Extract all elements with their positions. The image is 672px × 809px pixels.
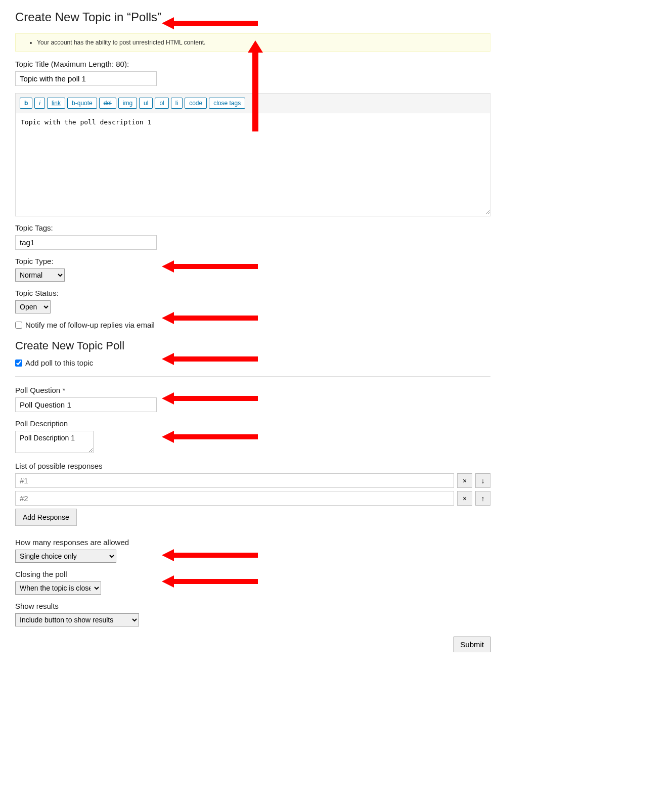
notify-label: Notify me of follow-up replies via email xyxy=(25,321,155,329)
allowed-select[interactable]: Single choice only xyxy=(15,550,116,563)
topic-type-label: Topic Type: xyxy=(15,257,490,265)
topic-status-label: Topic Status: xyxy=(15,289,490,297)
response-up-2[interactable]: ↑ xyxy=(475,491,490,506)
editor-btn-ol[interactable]: ol xyxy=(155,98,168,109)
submit-button[interactable]: Submit xyxy=(454,637,490,652)
notify-checkbox[interactable] xyxy=(15,322,22,329)
editor-textarea[interactable] xyxy=(16,113,490,214)
response-row: × ↓ xyxy=(15,473,490,488)
notice-text: Your account has the ability to post unr… xyxy=(37,39,483,46)
editor-btn-img[interactable]: img xyxy=(118,98,137,109)
editor-btn-bquote[interactable]: b-quote xyxy=(67,98,97,109)
closing-select[interactable]: When the topic is closed xyxy=(15,581,101,595)
editor-btn-link[interactable]: link xyxy=(47,98,65,109)
page-title: Create New Topic in “Polls” xyxy=(15,10,490,24)
editor-toolbar: b i link b-quote del img ul ol li code c… xyxy=(16,94,490,113)
show-results-select[interactable]: Include button to show results xyxy=(15,613,139,626)
add-poll-checkbox[interactable] xyxy=(15,359,22,367)
poll-description-textarea[interactable] xyxy=(15,431,94,453)
response-input-2[interactable] xyxy=(15,491,454,506)
editor-btn-li[interactable]: li xyxy=(171,98,183,109)
response-remove-1[interactable]: × xyxy=(457,473,472,488)
topic-title-input[interactable] xyxy=(15,71,157,86)
editor-btn-italic[interactable]: i xyxy=(34,98,45,109)
topic-tags-label: Topic Tags: xyxy=(15,223,490,232)
editor: b i link b-quote del img ul ol li code c… xyxy=(15,93,490,216)
responses-label: List of possible responses xyxy=(15,462,490,470)
response-down-1[interactable]: ↓ xyxy=(475,473,490,488)
closing-label: Closing the poll xyxy=(15,570,490,578)
topic-tags-input[interactable] xyxy=(15,235,157,250)
editor-btn-bold[interactable]: b xyxy=(20,98,32,109)
topic-status-select[interactable]: Open xyxy=(15,300,51,313)
poll-question-label: Poll Question * xyxy=(15,386,490,394)
poll-description-label: Poll Description xyxy=(15,419,490,428)
add-response-button[interactable]: Add Response xyxy=(15,509,77,526)
poll-question-input[interactable] xyxy=(15,397,157,412)
allowed-label: How many responses are allowed xyxy=(15,538,490,547)
notice-box: Your account has the ability to post unr… xyxy=(15,33,490,52)
editor-btn-close[interactable]: close tags xyxy=(209,98,245,109)
response-row: × ↑ xyxy=(15,491,490,506)
response-input-1[interactable] xyxy=(15,473,454,488)
editor-btn-del[interactable]: del xyxy=(99,98,116,109)
show-results-label: Show results xyxy=(15,602,490,610)
response-remove-2[interactable]: × xyxy=(457,491,472,506)
editor-btn-code[interactable]: code xyxy=(185,98,207,109)
topic-type-select[interactable]: Normal xyxy=(15,268,65,282)
editor-btn-ul[interactable]: ul xyxy=(139,98,153,109)
divider xyxy=(15,376,490,377)
add-poll-label: Add poll to this topic xyxy=(25,358,93,367)
poll-heading: Create New Topic Poll xyxy=(15,339,490,352)
topic-title-label: Topic Title (Maximum Length: 80): xyxy=(15,60,490,68)
